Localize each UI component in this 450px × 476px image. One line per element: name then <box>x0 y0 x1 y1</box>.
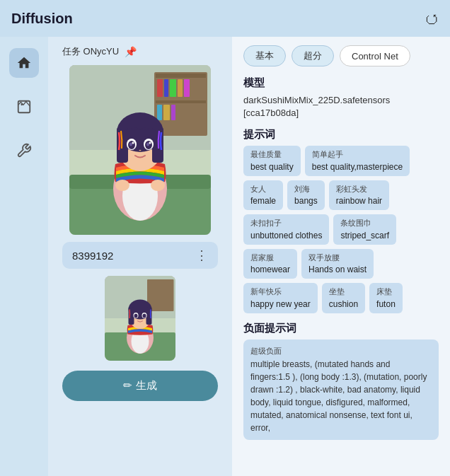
svg-rect-12 <box>157 105 162 120</box>
tab-upscale[interactable]: 超分 <box>292 45 334 66</box>
app-title: Diffusion <box>11 11 73 27</box>
svg-point-31 <box>149 142 151 144</box>
svg-rect-14 <box>171 105 175 120</box>
negative-value: multiple breasts, (mutated hands and fin… <box>250 359 427 433</box>
character-svg <box>69 65 211 235</box>
negative-cn-label: 超级负面 <box>250 345 432 357</box>
main-image <box>69 65 211 235</box>
tag-item: 女人female <box>243 180 283 211</box>
svg-rect-6 <box>157 79 163 97</box>
tag-item: 坐垫cushion <box>322 283 365 313</box>
right-panel: 基本 超分 Control Net 模型 darkSushiMixMix_225… <box>232 37 450 476</box>
sidebar-item-gallery[interactable] <box>9 92 39 122</box>
svg-point-1 <box>21 103 23 105</box>
svg-point-33 <box>151 180 165 191</box>
tag-item: 刘海bangs <box>287 180 325 211</box>
svg-rect-7 <box>164 79 168 97</box>
svg-rect-10 <box>184 79 190 97</box>
seed-row: 8399192 ⋮ <box>62 242 218 269</box>
tag-item: 最佳质量best quality <box>243 146 301 176</box>
negative-box: 超级负面 multiple breasts, (mutated hands an… <box>243 339 439 441</box>
tag-item: 简单起手best quality,masterpiece <box>305 146 410 176</box>
tags-grid: 最佳质量best quality简单起手best quality,masterp… <box>243 146 439 313</box>
sidebar-item-tools[interactable] <box>9 136 39 166</box>
model-section-title: 模型 <box>243 76 439 90</box>
tag-item: 未扣扣子unbuttoned clothes <box>243 214 329 245</box>
main-layout: 任务 ONycYU 📌 <box>0 37 450 476</box>
left-panel: 任务 ONycYU 📌 <box>48 37 232 476</box>
tag-item: 床垫futon <box>369 283 403 313</box>
sidebar <box>0 37 48 476</box>
svg-point-29 <box>146 143 149 146</box>
app-header: Diffusion ⭯ <box>0 0 450 37</box>
history-icon[interactable]: ⭯ <box>425 11 439 27</box>
svg-rect-11 <box>156 100 206 103</box>
svg-point-30 <box>132 142 134 144</box>
more-options-icon[interactable]: ⋮ <box>195 248 208 263</box>
pin-icon: 📌 <box>125 46 137 57</box>
tag-item: 居家服homewear <box>243 249 297 279</box>
svg-rect-13 <box>163 105 170 120</box>
seed-value: 8399192 <box>72 250 113 262</box>
task-row: 任务 ONycYU 📌 <box>62 45 137 58</box>
thumbnail-svg <box>105 276 175 361</box>
svg-point-48 <box>143 314 146 318</box>
tab-row: 基本 超分 Control Net <box>243 45 439 66</box>
generate-button[interactable]: ✏ 生成 <box>62 371 218 401</box>
sidebar-item-home[interactable] <box>9 48 39 78</box>
tab-controlnet[interactable]: Control Net <box>340 45 410 66</box>
tag-item: 条纹围巾striped_scarf <box>333 214 396 245</box>
tag-item: 新年快乐happy new year <box>243 283 318 313</box>
task-label: 任务 ONycYU <box>62 45 119 58</box>
tab-basic[interactable]: 基本 <box>243 45 286 66</box>
svg-rect-8 <box>170 79 176 97</box>
prompt-section-title: 提示词 <box>243 128 439 141</box>
svg-rect-9 <box>178 79 183 97</box>
negative-section-title: 负面提示词 <box>243 322 439 335</box>
tag-item: 双手放腰Hands on waist <box>301 249 374 279</box>
tag-item: 彩虹头发rainbow hair <box>329 180 389 211</box>
tools-icon <box>16 143 32 158</box>
svg-point-28 <box>129 143 132 146</box>
thumbnail-image[interactable] <box>105 276 175 361</box>
svg-point-47 <box>134 314 138 318</box>
svg-rect-5 <box>156 74 206 78</box>
home-icon <box>16 55 32 71</box>
svg-point-32 <box>115 180 129 191</box>
gallery-icon <box>16 99 32 115</box>
model-value: darkSushiMixMix_225D.safetensors[cca17b0… <box>243 94 439 120</box>
negative-section: 负面提示词 超级负面 multiple breasts, (mutated ha… <box>243 322 439 441</box>
